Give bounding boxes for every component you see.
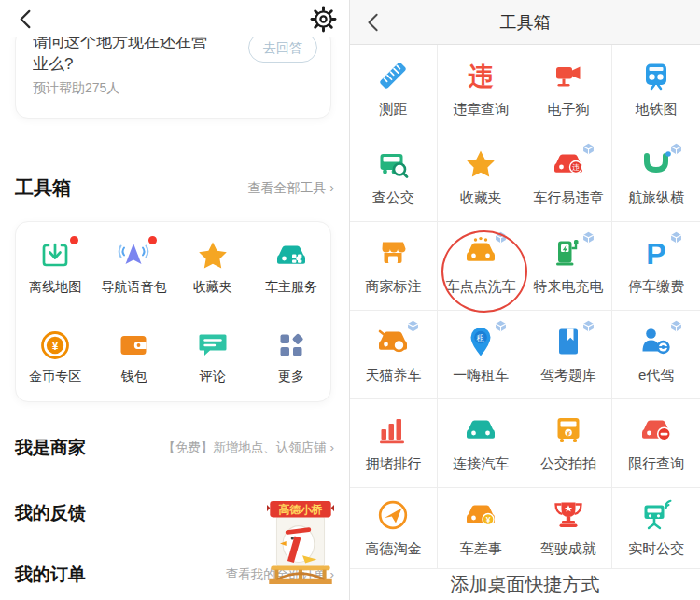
tool-label: 商家标注 (365, 278, 421, 296)
tool-label: 驾驶成就 (540, 540, 596, 558)
tool-限行查询[interactable]: 限行查询 (612, 399, 700, 488)
mini-program-badge-icon (670, 230, 682, 247)
tool-高德淘金[interactable]: 高德淘金 (350, 488, 438, 569)
settings-gear-icon[interactable] (309, 5, 338, 37)
toolbox-item-label: 离线地图 (29, 279, 81, 296)
wei-char-icon: 违 (464, 59, 497, 92)
umetrip-icon (639, 147, 673, 181)
tmall-car-icon (376, 325, 410, 358)
toolbox-item-收藏夹[interactable]: 收藏夹 (174, 222, 252, 312)
tool-天猫养车[interactable]: 天猫养车 (350, 311, 438, 399)
toolbox-card: 离线地图导航语音包收藏夹车主服务¥金币专区钱包评论更多 (15, 221, 331, 402)
rent-pin-icon: 租 (464, 325, 497, 358)
mascot-banner-text: 高德小桥 (279, 503, 323, 516)
merchant-row[interactable]: 我是商家 【免费】新增地点、认领店铺 › (15, 434, 334, 462)
car-wei-icon: 违 (552, 147, 585, 181)
bus-sign-icon (639, 498, 673, 532)
mini-program-badge-icon (582, 230, 595, 247)
tool-拥堵排行[interactable]: 拥堵排行 (350, 399, 438, 488)
bars-icon (376, 413, 410, 447)
tool-驾驶成就[interactable]: 驾驶成就 (525, 488, 613, 569)
tool-label: 车行易违章 (533, 189, 603, 207)
toolbox-item-金币专区[interactable]: ¥金币专区 (16, 312, 94, 401)
tool-停车缴费[interactable]: P停车缴费 (612, 222, 700, 311)
nav-voice-icon (117, 239, 150, 272)
toolbox-item-导航语音包[interactable]: 导航语音包 (94, 222, 173, 312)
tool-电子狗[interactable]: 电子狗 (525, 45, 613, 133)
toolbox-item-离线地图[interactable]: 离线地图 (16, 222, 94, 312)
merchant-row-subtitle: 【免费】新增地点、认领店铺 › (162, 440, 334, 456)
tool-label: 限行查询 (628, 455, 684, 473)
tool-label: 收藏夹 (460, 189, 502, 207)
tool-label: 测距 (379, 101, 407, 119)
toolbox-item-钱包[interactable]: 钱包 (94, 312, 173, 401)
back-icon[interactable] (363, 12, 384, 36)
svg-text:¥: ¥ (567, 429, 571, 438)
chevron-right-icon: › (329, 180, 334, 195)
car-coin-icon: ¥ (464, 498, 497, 532)
tool-label: 查公交 (372, 189, 414, 207)
toolbox-item-更多[interactable]: 更多 (252, 312, 330, 401)
tool-label: 天猫养车 (365, 367, 421, 384)
tool-一嗨租车[interactable]: 租一嗨租车 (438, 311, 525, 399)
tool-测距[interactable]: 测距 (350, 45, 438, 133)
tool-label: 一嗨租车 (453, 367, 509, 384)
tool-公交拍拍[interactable]: ¥公交拍拍 (525, 399, 613, 488)
toolbox-section-header: 工具箱 查看全部工具 › (15, 175, 334, 201)
tool-label: 高德淘金 (365, 540, 421, 558)
tools-grid: 测距违违章查询电子狗地铁图查公交收藏夹违车行易违章航旅纵横商家标注车点点洗车特来… (350, 45, 700, 569)
mascot-illustration: 高德小桥 (267, 498, 334, 586)
tool-连接汽车[interactable]: 连接汽车 (438, 399, 525, 488)
svg-text:¥: ¥ (486, 515, 491, 524)
tool-e代驾[interactable]: e代驾 (612, 311, 700, 399)
page-title: 工具箱 (500, 11, 551, 34)
back-icon[interactable] (15, 8, 36, 34)
question-card[interactable]: 请问这个地方现在还在营 业么? 预计帮助275人 去回答 (15, 28, 331, 119)
tool-商家标注[interactable]: 商家标注 (350, 222, 438, 311)
svg-text:P: P (646, 237, 665, 271)
toolbox-item-label: 评论 (200, 369, 226, 385)
tool-违章查询[interactable]: 违违章查询 (438, 45, 525, 133)
coin-icon: ¥ (38, 328, 72, 362)
toolbox-section-title: 工具箱 (15, 175, 71, 201)
tool-车点点洗车[interactable]: 车点点洗车 (438, 222, 525, 311)
add-shortcut-button[interactable]: 添加桌面快捷方式 (350, 569, 700, 600)
tool-label: 连接汽车 (453, 455, 509, 473)
tool-驾考题库[interactable]: 驾考题库 (525, 311, 613, 399)
chevron-right-icon: › (330, 440, 335, 454)
car-service-icon (274, 239, 308, 272)
comment-icon (196, 328, 230, 362)
mini-program-badge-icon (582, 319, 595, 336)
tool-特来电充电[interactable]: 特来电充电 (525, 222, 613, 311)
shop-icon (376, 236, 410, 270)
book-icon (552, 325, 585, 358)
bus-search-icon (376, 147, 410, 181)
tool-实时公交[interactable]: 实时公交 (612, 488, 700, 569)
tool-label: 公交拍拍 (540, 455, 596, 473)
toolbox-item-label: 车主服务 (265, 279, 317, 296)
tool-航旅纵横[interactable]: 航旅纵横 (612, 133, 700, 222)
merchant-row-title: 我是商家 (15, 436, 86, 460)
dashcam-icon (552, 59, 585, 92)
tool-label: 航旅纵横 (628, 189, 684, 207)
see-all-tools-link[interactable]: 查看全部工具 › (247, 180, 334, 197)
tool-地铁图[interactable]: 地铁图 (612, 45, 700, 133)
tool-label: 驾考题库 (540, 367, 596, 384)
tool-车行易违章[interactable]: 违车行易违章 (525, 133, 613, 222)
mini-program-badge-icon (670, 142, 682, 159)
toolbox-item-label: 导航语音包 (101, 279, 166, 296)
toolbox-item-评论[interactable]: 评论 (174, 312, 252, 401)
star-icon (196, 239, 230, 272)
tool-查公交[interactable]: 查公交 (350, 133, 438, 222)
svg-text:¥: ¥ (52, 339, 59, 352)
car-wash-icon (464, 236, 497, 270)
tool-label: 车点点洗车 (446, 278, 516, 296)
tool-收藏夹[interactable]: 收藏夹 (438, 133, 525, 222)
tool-label: 拥堵排行 (365, 455, 421, 473)
mini-program-badge-icon (670, 319, 682, 336)
red-dot-badge (148, 236, 157, 244)
toolbox-item-车主服务[interactable]: 车主服务 (252, 222, 330, 312)
toolbox-page: 工具箱 测距违违章查询电子狗地铁图查公交收藏夹违车行易违章航旅纵横商家标注车点点… (350, 0, 700, 600)
tool-车差事[interactable]: ¥车差事 (438, 488, 525, 569)
tool-label: 停车缴费 (628, 278, 684, 296)
